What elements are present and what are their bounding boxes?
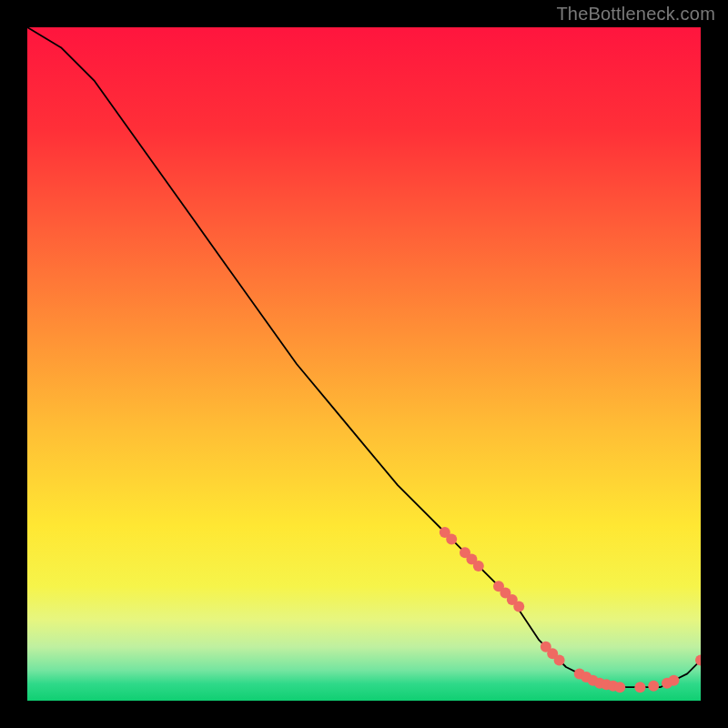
highlight-dot [648, 681, 659, 692]
highlight-dot [473, 561, 484, 571]
highlight-dot [634, 682, 645, 693]
highlight-dot [513, 601, 524, 612]
watermark-text: TheBottleneck.com [556, 4, 715, 25]
highlight-dot [554, 655, 565, 666]
plot-area [27, 27, 701, 701]
chart-stage: TheBottleneck.com [0, 0, 728, 728]
highlight-dot [668, 675, 679, 686]
plot-svg [27, 27, 701, 701]
highlight-dot [614, 682, 625, 693]
highlight-dot [446, 533, 457, 544]
